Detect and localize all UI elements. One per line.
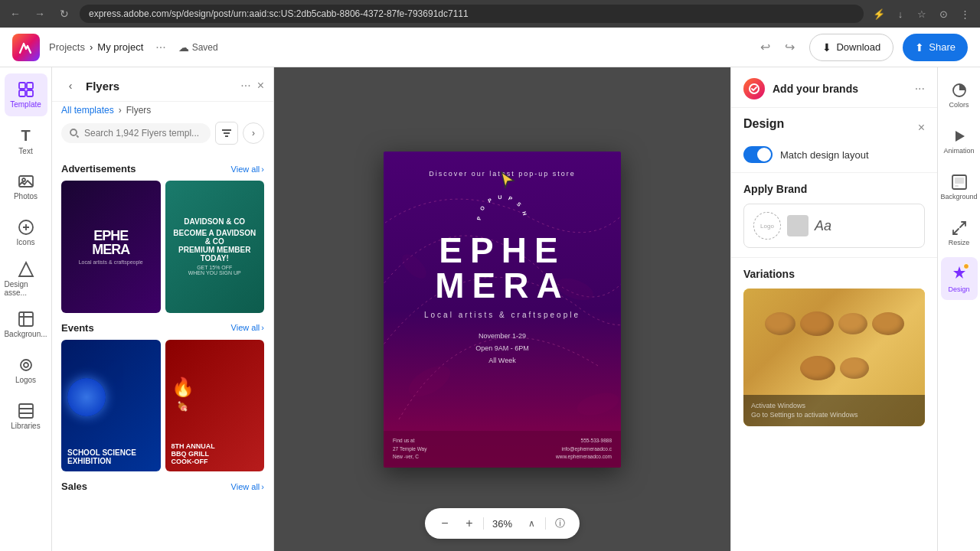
resize-icon [951,220,968,236]
svg-rect-22 [955,178,964,184]
download-label: Download [836,41,880,53]
filter-button[interactable] [215,122,238,145]
share-button[interactable]: ⬆ Share [903,34,968,61]
filter-icon [221,128,232,139]
design-title: Design [743,117,784,131]
nav-forward-button[interactable]: → [31,5,49,23]
download-button[interactable]: ⬇ Download [809,34,893,61]
svg-rect-3 [27,90,33,96]
saved-label: Saved [192,42,218,53]
template-card-ephemera[interactable]: EPHEMERA Local artists & craftspeople [61,181,161,313]
redo-button[interactable]: ↪ [779,37,800,58]
design-label: Design [948,285,969,293]
events-grid: SCHOOL SCIENCEEXHIBITION 🔥 🍖 8TH ANNUALB… [61,340,264,472]
sidebar-item-logos[interactable]: Logos [5,349,47,392]
sidebar-label-text: Text [18,147,32,155]
variations-title: Variations [743,268,795,280]
svg-rect-23 [955,185,959,187]
brand-font-sample: Aa [815,218,831,234]
template-card-davidson[interactable]: DAVIDSON & CO BECOME A DAVIDSON & COPREM… [165,181,265,313]
colors-label: Colors [949,101,969,109]
info-button[interactable]: ⓘ [549,513,570,534]
sidebar-item-design-assets[interactable]: Design asse... [5,257,47,300]
zoom-out-button[interactable]: − [434,513,456,534]
right-icon-resize[interactable]: Resize [941,211,978,254]
sales-view-all[interactable]: View all › [231,482,264,491]
nav-back-button[interactable]: ← [6,5,24,23]
sales-section-header: Sales View all › [61,481,264,492]
svg-marker-7 [19,262,33,276]
undo-button[interactable]: ↩ [754,37,776,58]
flyer-hours: Open 9AM - 6PM [475,342,529,354]
browser-ext-icon-2[interactable]: ↓ [891,5,910,23]
svg-text:P O P U P S H O P: P O P U P S H O P [472,182,528,222]
browser-ext-icon-1[interactable]: ⚡ [870,5,888,23]
right-icon-design[interactable]: Design [941,257,978,300]
breadcrumb-all-templates[interactable]: All templates [61,105,114,116]
nav-refresh-button[interactable]: ↻ [55,5,74,23]
breadcrumb-projects[interactable]: Projects [49,41,85,53]
zoom-in-button[interactable]: + [459,513,480,534]
browser-star-icon[interactable]: ☆ [913,5,931,23]
panel-options-button[interactable]: ··· [240,79,250,93]
match-design-label: Match design layout [780,149,869,161]
browser-profile-icon[interactable]: ⊙ [934,5,952,23]
events-title: Events [61,322,94,334]
search-icon [69,128,80,139]
sidebar-item-template[interactable]: Template [5,73,47,116]
brand-panel-title: Add your brands [773,83,907,95]
background-icon [951,174,968,191]
right-icon-sidebar: Colors Animation Background [937,67,980,551]
template-card-bbq[interactable]: 🔥 🍖 8TH ANNUALBBQ GRILLCOOK-OFF [165,340,265,472]
app-header: Projects › My project ··· ☁ Saved ↩ ↪ ⬇ … [0,28,980,67]
advertisements-view-all[interactable]: View all › [231,165,264,174]
sidebar-item-backgrounds[interactable]: Backgroun... [5,303,47,346]
breadcrumb-project-name: My project [97,41,143,53]
flyer-canvas[interactable]: Discover our latest pop-up store P O P U… [384,152,621,468]
left-sidebar: Template T Text Photos Icons [0,67,52,551]
svg-rect-4 [19,176,33,187]
url-bar[interactable] [80,5,864,23]
colors-icon [951,82,968,99]
events-section-header: Events View all › [61,322,264,334]
card-sub: GET 15% OFFWHEN YOU SIGN UP [188,265,241,276]
background-label: Background [940,193,977,201]
sidebar-item-text[interactable]: T Text [5,119,47,162]
text-icon: T [21,127,30,145]
template-card-science[interactable]: SCHOOL SCIENCEEXHIBITION [61,340,161,472]
search-input[interactable] [84,128,203,139]
sidebar-item-icons[interactable]: Icons [5,211,47,254]
panel-close-button[interactable]: × [257,79,264,93]
sidebar-item-photos[interactable]: Photos [5,165,47,208]
project-options-button[interactable]: ··· [155,41,165,54]
brand-color-swatch [787,215,808,236]
events-view-all[interactable]: View all › [231,323,264,332]
zoom-up-button[interactable]: ∧ [521,513,542,534]
sidebar-label-design-assets: Design asse... [5,280,47,297]
panel-back-button[interactable]: ‹ [61,77,80,95]
right-panel: Add your brands ··· Design × Match desig… [730,67,937,551]
brand-more-button[interactable]: ··· [915,82,925,96]
design-icon-wrap [951,265,968,283]
right-icon-background[interactable]: Background [941,165,978,208]
variation-image: Activate WindowsGo to Settings to activa… [743,289,925,426]
card-logo: DAVIDSON & CO [184,217,245,226]
browser-menu-icon[interactable]: ⋮ [956,5,974,23]
sidebar-item-libraries[interactable]: Libraries [5,395,47,438]
design-close-button[interactable]: × [918,121,925,135]
panel-breadcrumb: All templates › Flyers [52,102,273,122]
variation-card-1[interactable]: Activate WindowsGo to Settings to activa… [743,289,925,426]
flyer-subtitle: Local artists & craftspeople [424,311,580,319]
card-subtitle: Local artists & craftspeople [79,259,143,265]
variation-overlay-text: Activate WindowsGo to Settings to activa… [751,401,917,420]
brand-preview[interactable]: Logo Aa [743,204,925,248]
right-icon-animation[interactable]: Animation [941,119,978,162]
share-label: Share [929,41,956,53]
right-icon-colors[interactable]: Colors [941,73,978,116]
search-input-wrap [61,123,211,143]
animation-label: Animation [943,147,974,155]
match-design-toggle[interactable] [743,146,773,163]
canvas-area[interactable]: Discover our latest pop-up store P O P U… [274,67,730,551]
next-button[interactable]: › [243,122,264,144]
card-science-text: SCHOOL SCIENCEEXHIBITION [67,448,136,465]
